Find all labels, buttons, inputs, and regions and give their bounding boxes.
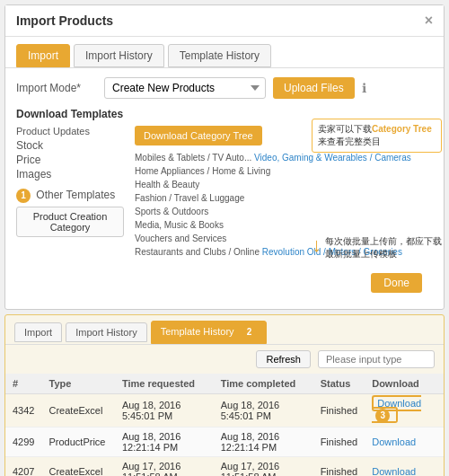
list-item: Home Appliances / Home & Living (135, 164, 433, 178)
import-mode-label: Import Mode* (16, 82, 97, 94)
arrow-icon: ↓ (312, 235, 321, 255)
template-history-panel: Import Import History Template History 2… (4, 314, 445, 476)
dialog-content: Import Mode* Create New Products Upload … (5, 68, 444, 309)
tab-bar: Import Import History Template History (5, 37, 444, 68)
second-tab-import[interactable]: Import (14, 322, 62, 342)
annotation-highlight: Category Tree (372, 124, 432, 134)
templates-grid: Product Updates Stock Price Images 1 Oth… (16, 126, 433, 259)
download-link[interactable]: Download (372, 436, 416, 447)
import-mode-row: Import Mode* Create New Products Upload … (16, 77, 433, 99)
cell-status: Finished (313, 457, 365, 477)
cell-id: 4342 (5, 394, 41, 428)
annotation-category-tree: 卖家可以下载Category Tree来查看完整类目 (312, 119, 442, 153)
cell-time-comp: Aug 17, 2016 11:51:58 AM (214, 457, 313, 477)
import-dialog: Import Products × Import Import History … (4, 4, 445, 310)
tab-template-history[interactable]: Template History (168, 44, 271, 67)
close-icon[interactable]: × (425, 13, 433, 29)
refresh-button[interactable]: Refresh (256, 350, 311, 368)
cell-type: ProductPrice (41, 428, 114, 457)
dialog-header: Import Products × (5, 5, 444, 37)
table-toolbar: Refresh (5, 345, 444, 374)
cell-type: CreateExcel (41, 457, 114, 477)
done-button[interactable]: Done (371, 273, 422, 293)
cell-time-comp: Aug 18, 2016 12:21:14 PM (214, 428, 313, 457)
cell-id: 4207 (5, 457, 41, 477)
category-link[interactable]: Video, Gaming & Wearables / Cameras (254, 153, 411, 163)
cell-time-req: Aug 18, 2016 12:21:14 PM (115, 428, 214, 457)
col-type: Type (41, 374, 114, 394)
import-mode-select[interactable]: Create New Products (104, 77, 266, 99)
list-item: Media, Music & Books (135, 218, 433, 232)
second-tab-bar: Import Import History Template History 2 (5, 315, 444, 345)
second-tab-import-history[interactable]: Import History (66, 322, 146, 342)
annotation-number-1: 1 (16, 189, 31, 203)
history-table: # Type Time requested Time completed Sta… (5, 374, 444, 476)
cell-type: CreateExcel (41, 394, 114, 428)
info-icon: ℹ (362, 81, 366, 95)
cell-status: Finished (313, 428, 365, 457)
product-updates-label: Product Updates (16, 126, 124, 137)
download-link[interactable]: Download 3 (372, 395, 421, 423)
list-item: Mobiles & Tablets / TV Auto... Video, Ga… (135, 151, 433, 164)
download-category-button[interactable]: Download Category Tree (135, 126, 262, 145)
table-body: 4342 CreateExcel Aug 18, 2016 5:45:01 PM… (5, 394, 444, 477)
annotation-number-3: 3 (375, 409, 390, 423)
upload-files-button[interactable]: Upload Files (273, 77, 355, 99)
cell-status: Finished (313, 394, 365, 428)
tab-import[interactable]: Import (16, 44, 70, 67)
col-status: Status (313, 374, 365, 394)
cell-download: Download 3 (365, 394, 444, 428)
download-link[interactable]: Download (372, 466, 416, 476)
tab-number-badge: 2 (242, 325, 257, 339)
table-row: 4342 CreateExcel Aug 18, 2016 5:45:01 PM… (5, 394, 444, 428)
table-row: 4299 ProductPrice Aug 18, 2016 12:21:14 … (5, 428, 444, 457)
col-download: Download (365, 374, 444, 394)
templates-right-col: Download Category Tree Mobiles & Tablets… (135, 126, 433, 259)
product-creation-box: Product Creation Category (16, 207, 124, 237)
col-id: # (5, 374, 41, 394)
templates-left-col: Product Updates Stock Price Images 1 Oth… (16, 126, 124, 259)
type-filter-input[interactable] (318, 350, 435, 368)
cell-download: Download (365, 428, 444, 457)
list-item: Sports & Outdoors (135, 205, 433, 218)
dialog-title-text: Import Products (16, 13, 113, 28)
col-time-req: Time requested (115, 374, 214, 394)
cell-time-req: Aug 18, 2016 5:45:01 PM (115, 394, 214, 428)
list-item: Stock (16, 138, 124, 153)
list-item: Images (16, 167, 124, 181)
table-header-row: # Type Time requested Time completed Sta… (5, 374, 444, 394)
cell-time-req: Aug 17, 2016 11:51:58 AM (115, 457, 214, 477)
list-item: Health & Beauty (135, 178, 433, 191)
list-item: Price (16, 153, 124, 167)
table-row: 4207 CreateExcel Aug 17, 2016 11:51:58 A… (5, 457, 444, 477)
col-time-comp: Time completed (214, 374, 313, 394)
second-tab-template-history[interactable]: Template History 2 (151, 321, 267, 344)
other-templates-label: 1 Other Templates (16, 189, 124, 203)
done-btn-row: Done (16, 266, 433, 300)
list-item: Fashion / Travel & Luggage (135, 191, 433, 205)
tab-import-history[interactable]: Import History (74, 44, 164, 67)
annotation-upload: ↓ 每次做批量上传前，都应下载最新批量上传模板 (312, 235, 442, 260)
product-updates-list: Stock Price Images (16, 138, 124, 181)
cell-id: 4299 (5, 428, 41, 457)
cell-download: Download (365, 457, 444, 477)
cell-time-comp: Aug 18, 2016 5:45:01 PM (214, 394, 313, 428)
